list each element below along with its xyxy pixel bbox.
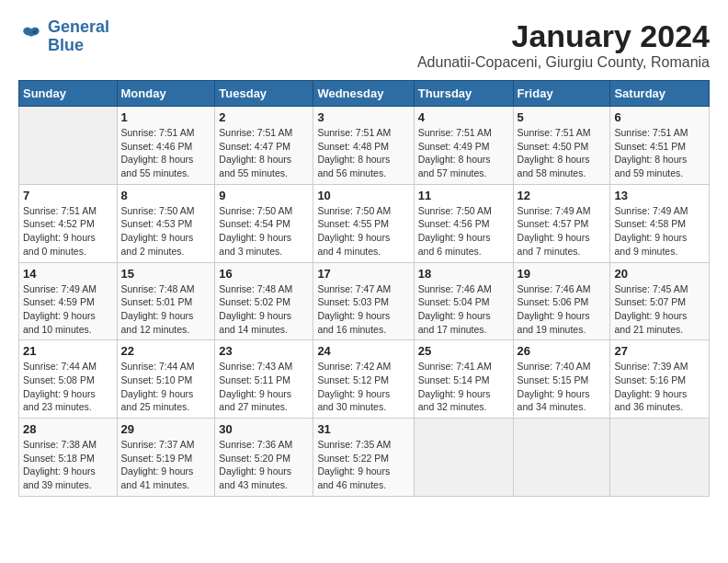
day-info: Sunrise: 7:39 AM Sunset: 5:16 PM Dayligh… — [614, 360, 705, 414]
calendar-week-row: 14Sunrise: 7:49 AM Sunset: 4:59 PM Dayli… — [19, 262, 710, 340]
calendar-cell: 28Sunrise: 7:38 AM Sunset: 5:18 PM Dayli… — [19, 419, 118, 497]
day-number: 3 — [317, 110, 409, 124]
day-info: Sunrise: 7:44 AM Sunset: 5:10 PM Dayligh… — [121, 360, 211, 414]
day-info: Sunrise: 7:37 AM Sunset: 5:19 PM Dayligh… — [121, 438, 211, 492]
day-number: 4 — [418, 110, 509, 124]
day-info: Sunrise: 7:48 AM Sunset: 5:02 PM Dayligh… — [219, 282, 309, 337]
weekday-header: Saturday — [610, 81, 710, 107]
weekday-header: Sunday — [19, 81, 118, 107]
calendar-cell: 26Sunrise: 7:40 AM Sunset: 5:15 PM Dayli… — [513, 340, 610, 419]
day-number: 10 — [317, 189, 409, 202]
title-block: January 2024 Adunatii-Copaceni, Giurgiu … — [417, 18, 710, 71]
calendar-cell: 17Sunrise: 7:47 AM Sunset: 5:03 PM Dayli… — [313, 262, 414, 340]
calendar-cell — [610, 419, 710, 497]
day-number: 19 — [518, 267, 607, 281]
day-info: Sunrise: 7:50 AM Sunset: 4:54 PM Dayligh… — [219, 204, 309, 259]
day-info: Sunrise: 7:45 AM Sunset: 5:07 PM Dayligh… — [614, 282, 705, 337]
weekday-row: SundayMondayTuesdayWednesdayThursdayFrid… — [19, 81, 710, 107]
day-info: Sunrise: 7:49 AM Sunset: 4:57 PM Dayligh… — [518, 204, 607, 259]
calendar-cell: 25Sunrise: 7:41 AM Sunset: 5:14 PM Dayli… — [414, 340, 513, 419]
calendar-week-row: 28Sunrise: 7:38 AM Sunset: 5:18 PM Dayli… — [19, 419, 710, 497]
calendar-cell: 20Sunrise: 7:45 AM Sunset: 5:07 PM Dayli… — [610, 262, 710, 340]
logo: General Blue — [18, 18, 109, 55]
day-info: Sunrise: 7:42 AM Sunset: 5:12 PM Dayligh… — [317, 360, 409, 414]
calendar-cell — [19, 107, 118, 185]
calendar-cell: 18Sunrise: 7:46 AM Sunset: 5:04 PM Dayli… — [414, 262, 513, 340]
day-info: Sunrise: 7:49 AM Sunset: 4:59 PM Dayligh… — [23, 282, 113, 337]
calendar-cell: 16Sunrise: 7:48 AM Sunset: 5:02 PM Dayli… — [215, 262, 313, 340]
calendar-cell: 27Sunrise: 7:39 AM Sunset: 5:16 PM Dayli… — [610, 340, 710, 419]
day-info: Sunrise: 7:51 AM Sunset: 4:52 PM Dayligh… — [23, 204, 113, 259]
calendar-cell — [513, 419, 610, 497]
day-number: 1 — [121, 110, 211, 124]
day-number: 30 — [219, 422, 309, 436]
day-number: 20 — [614, 267, 705, 281]
day-number: 13 — [614, 189, 705, 202]
calendar-cell: 19Sunrise: 7:46 AM Sunset: 5:06 PM Dayli… — [513, 262, 610, 340]
weekday-header: Thursday — [414, 81, 513, 107]
calendar-cell: 12Sunrise: 7:49 AM Sunset: 4:57 PM Dayli… — [513, 184, 610, 262]
weekday-header: Wednesday — [313, 81, 414, 107]
calendar-cell: 8Sunrise: 7:50 AM Sunset: 4:53 PM Daylig… — [117, 184, 215, 262]
day-number: 15 — [121, 267, 211, 281]
day-number: 2 — [219, 110, 309, 124]
day-number: 9 — [219, 189, 309, 202]
day-info: Sunrise: 7:51 AM Sunset: 4:51 PM Dayligh… — [614, 126, 705, 180]
day-number: 24 — [317, 344, 409, 358]
day-info: Sunrise: 7:35 AM Sunset: 5:22 PM Dayligh… — [317, 438, 409, 492]
day-info: Sunrise: 7:41 AM Sunset: 5:14 PM Dayligh… — [418, 360, 509, 414]
day-number: 26 — [518, 344, 607, 358]
day-info: Sunrise: 7:50 AM Sunset: 4:53 PM Dayligh… — [121, 204, 211, 259]
day-number: 18 — [418, 267, 509, 281]
day-info: Sunrise: 7:47 AM Sunset: 5:03 PM Dayligh… — [317, 282, 409, 337]
day-number: 7 — [23, 189, 113, 202]
day-number: 12 — [518, 189, 607, 202]
day-info: Sunrise: 7:46 AM Sunset: 5:06 PM Dayligh… — [518, 282, 607, 337]
day-info: Sunrise: 7:40 AM Sunset: 5:15 PM Dayligh… — [518, 360, 607, 414]
calendar-cell: 1Sunrise: 7:51 AM Sunset: 4:46 PM Daylig… — [117, 107, 215, 185]
calendar-cell: 7Sunrise: 7:51 AM Sunset: 4:52 PM Daylig… — [19, 184, 118, 262]
day-number: 11 — [418, 189, 509, 202]
day-info: Sunrise: 7:36 AM Sunset: 5:20 PM Dayligh… — [219, 438, 309, 492]
calendar-cell: 24Sunrise: 7:42 AM Sunset: 5:12 PM Dayli… — [313, 340, 414, 419]
day-number: 27 — [614, 344, 705, 358]
calendar-cell: 11Sunrise: 7:50 AM Sunset: 4:56 PM Dayli… — [414, 184, 513, 262]
day-number: 8 — [121, 189, 211, 202]
page-header: General Blue January 2024 Adunatii-Copac… — [18, 18, 710, 71]
calendar-body: 1Sunrise: 7:51 AM Sunset: 4:46 PM Daylig… — [19, 107, 710, 497]
calendar-cell: 9Sunrise: 7:50 AM Sunset: 4:54 PM Daylig… — [215, 184, 313, 262]
calendar-cell — [414, 419, 513, 497]
day-info: Sunrise: 7:46 AM Sunset: 5:04 PM Dayligh… — [418, 282, 509, 337]
day-number: 21 — [23, 344, 113, 358]
day-number: 16 — [219, 267, 309, 281]
day-info: Sunrise: 7:50 AM Sunset: 4:56 PM Dayligh… — [418, 204, 509, 259]
calendar-cell: 31Sunrise: 7:35 AM Sunset: 5:22 PM Dayli… — [313, 419, 414, 497]
day-info: Sunrise: 7:51 AM Sunset: 4:46 PM Dayligh… — [121, 126, 211, 180]
day-info: Sunrise: 7:50 AM Sunset: 4:55 PM Dayligh… — [317, 204, 409, 259]
weekday-header: Monday — [117, 81, 215, 107]
calendar-cell: 30Sunrise: 7:36 AM Sunset: 5:20 PM Dayli… — [215, 419, 313, 497]
day-number: 5 — [518, 110, 607, 124]
calendar-cell: 5Sunrise: 7:51 AM Sunset: 4:50 PM Daylig… — [513, 107, 610, 185]
calendar-header: SundayMondayTuesdayWednesdayThursdayFrid… — [19, 81, 710, 107]
day-number: 31 — [317, 422, 409, 436]
day-number: 6 — [614, 110, 705, 124]
day-info: Sunrise: 7:51 AM Sunset: 4:48 PM Dayligh… — [317, 126, 409, 180]
calendar-cell: 4Sunrise: 7:51 AM Sunset: 4:49 PM Daylig… — [414, 107, 513, 185]
day-info: Sunrise: 7:44 AM Sunset: 5:08 PM Dayligh… — [23, 360, 113, 414]
calendar-week-row: 1Sunrise: 7:51 AM Sunset: 4:46 PM Daylig… — [19, 107, 710, 185]
weekday-header: Friday — [513, 81, 610, 107]
calendar-cell: 23Sunrise: 7:43 AM Sunset: 5:11 PM Dayli… — [215, 340, 313, 419]
day-number: 17 — [317, 267, 409, 281]
calendar-cell: 6Sunrise: 7:51 AM Sunset: 4:51 PM Daylig… — [610, 107, 710, 185]
day-number: 28 — [23, 422, 113, 436]
day-number: 23 — [219, 344, 309, 358]
logo-icon — [18, 24, 44, 50]
calendar-cell: 13Sunrise: 7:49 AM Sunset: 4:58 PM Dayli… — [610, 184, 710, 262]
day-info: Sunrise: 7:38 AM Sunset: 5:18 PM Dayligh… — [23, 438, 113, 492]
calendar-week-row: 21Sunrise: 7:44 AM Sunset: 5:08 PM Dayli… — [19, 340, 710, 419]
calendar-cell: 14Sunrise: 7:49 AM Sunset: 4:59 PM Dayli… — [19, 262, 118, 340]
calendar-table: SundayMondayTuesdayWednesdayThursdayFrid… — [18, 80, 710, 497]
day-number: 29 — [121, 422, 211, 436]
day-info: Sunrise: 7:51 AM Sunset: 4:47 PM Dayligh… — [219, 126, 309, 180]
